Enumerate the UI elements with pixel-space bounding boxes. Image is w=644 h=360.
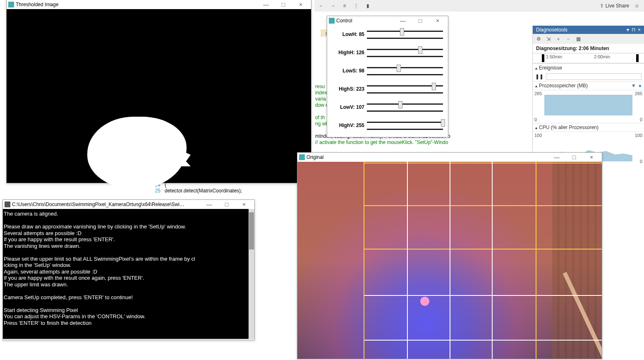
arrow-right-icon[interactable]: → [329,2,337,10]
console-output[interactable]: The camera is aligned. Please draw an ap… [3,209,254,339]
memory-header[interactable]: Prozessspeicher (MB) ▼ ● [533,81,644,90]
slider-label: HighS: 223 [330,86,367,92]
record-icon[interactable]: ● [639,83,642,89]
slider-row: HighH: 126 [330,47,443,58]
live-share-label: Live Share [606,3,629,9]
titlebar[interactable]: Thresholded Image — □ × [7,0,311,9]
slider-track[interactable] [367,84,443,94]
code-line: resu [315,84,325,89]
slider-thumb[interactable] [400,28,404,36]
scrollbar[interactable] [249,209,254,339]
diagnostics-timeline[interactable]: 1:50min 2:00min [533,53,644,63]
axis-label: 0 [640,159,642,164]
slider-label: LowH: 85 [330,31,367,37]
grid-line [364,340,602,341]
window-title: Control [336,18,352,24]
slider-track[interactable] [367,30,443,39]
diagnostics-header[interactable]: Diagnosetools ▾ ⊓ × [533,26,644,34]
close-button[interactable]: × [235,200,253,209]
console-text: The camera is aligned. Please draw an ap… [4,211,195,326]
slider-track[interactable] [367,121,443,130]
diagnostics-toolbar: ⚙ ⇲ ＋ － ▦ [533,34,644,44]
slider-label: HighH: 126 [330,50,367,55]
grid-line [364,163,602,163]
close-icon[interactable]: × [638,27,641,33]
slider-thumb[interactable] [432,83,436,90]
slider-row: LowH: 85 [330,29,443,40]
threshold-blob [87,117,187,189]
original-image-canvas [297,162,602,359]
cpu-header[interactable]: CPU (% aller Prozessoren) [533,123,644,132]
events-header[interactable]: Ereignisse [533,63,644,72]
arrow-left-icon[interactable]: ← [318,2,325,10]
pause-icon[interactable]: ❚❚ [535,74,543,79]
grid-line [364,249,602,250]
events-body: ❚❚ [533,72,644,81]
axis-label: 285 [635,91,642,96]
slider-thumb[interactable] [397,65,401,72]
grid-line [492,162,493,359]
thresholded-image-window: Thresholded Image — □ × [6,0,311,183]
minimize-button[interactable]: — [548,153,565,161]
timeline-marker[interactable] [636,54,639,62]
maximize-button[interactable]: □ [565,153,583,161]
maximize-button[interactable]: □ [275,0,292,9]
control-window: Control — □ × LowH: 85HighH: 126LowS: 98… [327,16,448,137]
close-button[interactable]: × [583,153,600,161]
slider-label: LowS: 98 [330,68,367,74]
grid-line [364,162,364,359]
close-button[interactable]: × [292,0,309,9]
detected-pixel-marker [420,297,429,306]
close-button[interactable]: × [429,17,446,25]
slider-thumb[interactable] [441,119,445,127]
minimize-button[interactable]: — [394,17,412,25]
grid-line [364,295,602,296]
dropdown-icon[interactable]: ▾ [627,27,629,33]
live-share-button[interactable]: ⇪ Live Share [600,3,629,9]
axis-label: 100 [534,133,542,138]
user-icon[interactable]: ☺ [633,2,641,10]
export-icon[interactable]: ⇲ [545,36,552,42]
maximize-button[interactable]: □ [218,200,235,209]
slider-row: LowS: 98 [330,65,443,77]
grid-overlay [297,162,602,359]
axis-label: 0 [534,117,537,122]
vs-toolbar: ← → ≡ ⋮ ▮ ⇪ Live Share ☺ [314,0,644,12]
zoom-in-icon[interactable]: ＋ [555,36,562,42]
bookmark-icon[interactable]: ▮ [364,2,371,10]
zoom-out-icon[interactable]: － [565,36,572,42]
axis-label: 285 [534,91,542,96]
slider-track[interactable] [367,48,443,57]
app-icon [8,2,14,7]
diagnostics-session-label: Diagnosesitzung: 2:06 Minuten [533,44,644,53]
pin-icon[interactable]: ⊓ [632,27,635,33]
chart-icon[interactable]: ▦ [575,36,582,42]
titlebar[interactable]: Control — □ × [327,16,448,25]
timeline-tick: 1:50min [546,54,562,59]
window-title: Thresholded Image [16,2,58,7]
axis-label: 0 [640,117,642,122]
titlebar[interactable]: Original — □ × [297,153,602,162]
slider-thumb[interactable] [398,101,402,108]
gear-icon[interactable]: ⚙ [535,36,542,42]
app-icon [329,18,335,24]
scrollbar-thumb[interactable] [249,212,254,250]
slider-label: HighV: 255 [330,122,367,128]
minimize-button[interactable]: — [201,200,218,209]
snapshot-icon[interactable]: ▼ [631,83,636,89]
grid-line [407,162,408,359]
maximize-button[interactable]: □ [412,17,429,25]
console-window: C:\Users\Chris\Documents\SwimmingPixel_K… [2,199,255,340]
titlebar[interactable]: C:\Users\Chris\Documents\SwimmingPixel_K… [3,200,254,209]
slider-track[interactable] [367,66,443,75]
minimize-button[interactable]: — [257,0,275,9]
window-title: C:\Users\Chris\Documents\SwimmingPixel_K… [12,202,186,207]
memory-chart: 285 285 0 0 [533,90,644,123]
indent-icon[interactable]: ≡ [341,2,348,10]
comment-icon[interactable]: ⋮ [352,2,360,10]
slider-row: HighV: 255 [330,120,443,131]
slider-thumb[interactable] [418,46,422,54]
slider-row: HighS: 223 [330,83,443,95]
timeline-marker[interactable] [542,54,544,62]
slider-track[interactable] [367,103,443,112]
